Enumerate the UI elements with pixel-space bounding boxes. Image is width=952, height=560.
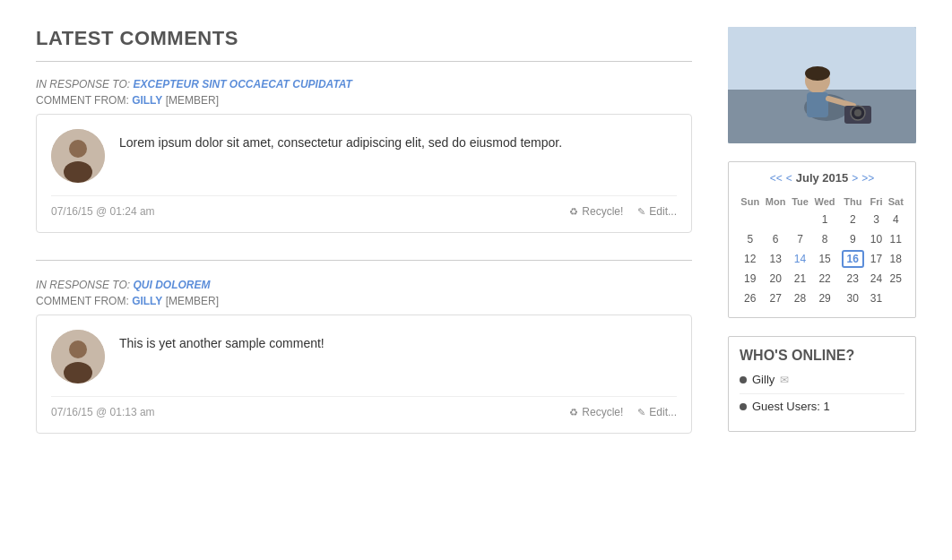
edit-button-1[interactable]: ✎ Edit...: [637, 205, 677, 218]
svg-point-5: [64, 362, 92, 383]
cal-day-17: 17: [868, 249, 886, 269]
comment-block-1: IN RESPONSE TO: EXCEPTEUR SINT OCCAECAT …: [36, 78, 692, 233]
cal-day-26: 26: [738, 289, 762, 308]
online-user-name: Gilly: [752, 373, 775, 386]
cal-prev-prev[interactable]: <<: [770, 172, 783, 185]
cal-day-3: 3: [868, 210, 886, 229]
comment-actions-1: ♻ Recycle! ✎ Edit...: [569, 205, 677, 218]
cal-prev[interactable]: <: [786, 172, 792, 185]
sidebar: << < July 2015 > >> Sun Mon Tue Wed Thu …: [728, 27, 916, 461]
comment-meta-2: IN RESPONSE TO: QUI DOLOREM COMMENT FROM…: [36, 279, 692, 307]
whos-online-title: WHO'S ONLINE?: [740, 348, 904, 364]
comment-body-1: Lorem ipsum dolor sit amet, consectetur …: [51, 129, 677, 183]
cal-day-14[interactable]: 14: [789, 249, 811, 269]
in-response-link-2[interactable]: QUI DOLOREM: [133, 279, 210, 291]
cal-day-25: 25: [886, 269, 906, 289]
cal-day-10: 10: [868, 229, 886, 249]
cal-day-22: 22: [811, 269, 838, 289]
cal-dow-wed: Wed: [811, 194, 838, 210]
cal-dow-sun: Sun: [738, 194, 762, 210]
cal-day-7: 7: [789, 229, 811, 249]
cal-day-empty: [886, 289, 906, 308]
whos-online-widget: WHO'S ONLINE? Gilly ✉ Guest Users: 1: [728, 336, 916, 432]
cal-day-8: 8: [811, 229, 838, 249]
block-divider: [36, 260, 692, 261]
recycle-button-1[interactable]: ♻ Recycle!: [569, 205, 623, 218]
comment-actions-2: ♻ Recycle! ✎ Edit...: [569, 406, 677, 418]
cal-day-29: 29: [811, 289, 838, 308]
cal-day-1: 1: [811, 210, 838, 229]
main-content: LATEST COMMENTS IN RESPONSE TO: EXCEPTEU…: [36, 27, 692, 461]
svg-point-4: [69, 340, 87, 358]
cal-dow-fri: Fri: [868, 194, 886, 210]
cal-day-6: 6: [762, 229, 788, 249]
guest-users-label: Guest Users: 1: [752, 400, 830, 413]
sidebar-image: [728, 27, 916, 143]
sidebar-image-inner: [728, 27, 916, 143]
comment-footer-2: 07/16/15 @ 01:13 am ♻ Recycle! ✎ Edit...: [51, 396, 677, 418]
comment-from-2: COMMENT FROM: GILLY [MEMBER]: [36, 295, 692, 307]
comment-text-1: Lorem ipsum dolor sit amet, consectetur …: [119, 129, 562, 152]
recycle-icon-1: ♻: [569, 206, 578, 218]
cal-next-next[interactable]: >>: [861, 172, 874, 185]
avatar-2: [51, 330, 105, 383]
cal-title: July 2015: [796, 171, 849, 185]
cal-dow-mon: Mon: [762, 194, 788, 210]
cal-today[interactable]: 16: [842, 250, 864, 268]
cal-day-19: 19: [738, 269, 762, 289]
cal-day-link-14[interactable]: 14: [794, 253, 806, 265]
cal-day-13: 13: [762, 249, 788, 269]
cal-day-21: 21: [789, 269, 811, 289]
cal-day-23: 23: [838, 269, 868, 289]
comment-timestamp-2: 07/16/15 @ 01:13 am: [51, 406, 155, 418]
cal-dow-sat: Sat: [886, 194, 906, 210]
cal-day-30: 30: [838, 289, 868, 308]
in-response-link-1[interactable]: EXCEPTEUR SINT OCCAECAT CUPIDATAT: [133, 78, 351, 90]
comment-author-2: GILLY: [132, 295, 162, 307]
edit-icon-1: ✎: [637, 206, 645, 218]
section-title: LATEST COMMENTS: [36, 27, 692, 50]
comment-footer-1: 07/16/15 @ 01:24 am ♻ Recycle! ✎ Edit...: [51, 195, 677, 218]
comment-role-1: [MEMBER]: [166, 94, 219, 107]
comment-meta-1: IN RESPONSE TO: EXCEPTEUR SINT OCCAECAT …: [36, 78, 692, 107]
calendar-table: Sun Mon Tue Wed Thu Fri Sat 123456789101…: [738, 194, 906, 308]
cal-day-12: 12: [738, 249, 762, 269]
cal-day-empty: [789, 210, 811, 229]
section-divider: [36, 61, 692, 62]
cal-day-9: 9: [838, 229, 868, 249]
online-user-gilly: Gilly ✉: [740, 373, 904, 386]
comment-author-1: GILLY: [132, 94, 162, 107]
comment-text-2: This is yet another sample comment!: [119, 330, 325, 353]
svg-point-2: [64, 161, 92, 183]
cal-day-27: 27: [762, 289, 788, 308]
cal-day-5: 5: [738, 229, 762, 249]
comment-body-2: This is yet another sample comment!: [51, 330, 677, 383]
recycle-button-2[interactable]: ♻ Recycle!: [569, 406, 623, 418]
cal-day-4: 4: [886, 210, 906, 229]
cal-dow-tue: Tue: [789, 194, 811, 210]
cal-day-15: 15: [811, 249, 838, 269]
cal-day-24: 24: [868, 269, 886, 289]
cal-day-2: 2: [838, 210, 868, 229]
avatar-1: [51, 129, 105, 183]
svg-point-10: [805, 66, 830, 81]
edit-button-2[interactable]: ✎ Edit...: [637, 406, 677, 418]
calendar-widget: << < July 2015 > >> Sun Mon Tue Wed Thu …: [728, 161, 916, 318]
cal-day-20: 20: [762, 269, 788, 289]
comment-block-2: IN RESPONSE TO: QUI DOLOREM COMMENT FROM…: [36, 279, 692, 434]
cal-next[interactable]: >: [852, 172, 858, 185]
cal-dow-thu: Thu: [838, 194, 868, 210]
in-response-2: IN RESPONSE TO: QUI DOLOREM: [36, 279, 692, 291]
recycle-icon-2: ♻: [569, 407, 578, 418]
cal-day-16[interactable]: 16: [838, 249, 868, 269]
svg-point-1: [69, 140, 87, 158]
comment-timestamp-1: 07/16/15 @ 01:24 am: [51, 205, 155, 218]
cal-day-31: 31: [868, 289, 886, 308]
cal-day-empty: [762, 210, 788, 229]
cal-day-28: 28: [789, 289, 811, 308]
calendar-header: << < July 2015 > >>: [738, 171, 906, 185]
mail-icon: ✉: [780, 374, 789, 386]
in-response-1: IN RESPONSE TO: EXCEPTEUR SINT OCCAECAT …: [36, 78, 692, 90]
comment-card-2: This is yet another sample comment! 07/1…: [36, 314, 692, 434]
svg-rect-11: [807, 92, 828, 117]
